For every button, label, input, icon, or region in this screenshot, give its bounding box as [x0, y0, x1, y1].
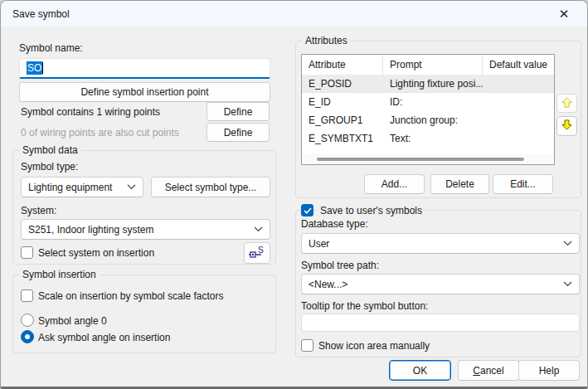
- cancel-button[interactable]: Cancel: [458, 360, 519, 381]
- system-select[interactable]: S251, Indoor lighting system: [21, 219, 270, 240]
- help-button[interactable]: Help: [518, 360, 580, 381]
- cut-points-text: 0 of wiring points are also cut points: [21, 127, 179, 139]
- symbol-name-input[interactable]: SO: [19, 58, 270, 79]
- select-symbol-type-button[interactable]: Select symbol type...: [151, 177, 270, 197]
- system-symbol-icon: S: [248, 246, 266, 261]
- symbol-type-value: Lighting equipment: [28, 182, 112, 193]
- move-row-down-button[interactable]: [556, 116, 577, 136]
- symbol-type-label: Symbol type:: [21, 161, 78, 173]
- symbol-tree-path-select[interactable]: <New...>: [301, 274, 580, 294]
- checkmark-icon: [304, 207, 312, 214]
- attributes-group-title: Attributes: [302, 35, 351, 46]
- attributes-table-rows: E_POSIDLighting fixture posi...E_IDID:E_…: [302, 75, 554, 148]
- symbol-angle-0-radio[interactable]: [21, 314, 34, 327]
- close-icon[interactable]: ✕: [547, 2, 581, 26]
- system-symbol-icon-button[interactable]: S: [244, 242, 270, 264]
- table-row[interactable]: E_POSIDLighting fixture posi...: [302, 75, 554, 93]
- show-icon-area-label: Show icon area manually: [318, 340, 430, 352]
- svg-text:S: S: [258, 246, 264, 255]
- select-system-checkbox[interactable]: [21, 246, 33, 259]
- table-cell-prompt: Junction group:: [383, 114, 483, 126]
- chevron-down-icon: [563, 241, 572, 246]
- define-insertion-point-button[interactable]: Define symbol insertion point: [19, 82, 270, 102]
- table-cell-attribute: E_GROUP1: [302, 114, 383, 126]
- add-attribute-button[interactable]: Add...: [364, 174, 425, 194]
- arrow-down-icon: [561, 119, 573, 134]
- table-row[interactable]: E_GROUP1Junction group:: [302, 111, 554, 129]
- attributes-table-header: Attribute Prompt Default value: [302, 55, 554, 75]
- symbol-name-value: SO: [27, 61, 42, 75]
- database-type-select[interactable]: User: [301, 233, 580, 254]
- symbol-data-group-title: Symbol data: [19, 144, 81, 156]
- scale-on-insertion-label: Scale on insertion by symbol scale facto…: [38, 290, 223, 302]
- table-cell-prompt: Text:: [383, 133, 483, 144]
- select-system-label: Select system on insertion: [38, 247, 154, 259]
- symbol-name-label: Symbol name:: [19, 42, 83, 54]
- symbol-insertion-group-title: Symbol insertion: [19, 269, 100, 280]
- table-cell-prompt: Lighting fixture posi...: [383, 78, 483, 90]
- ok-button[interactable]: OK: [389, 360, 451, 381]
- save-to-user-symbols-label: Save to user's symbols: [317, 205, 425, 216]
- show-icon-area-checkbox[interactable]: [301, 339, 313, 352]
- define-cut-points-button[interactable]: Define: [207, 123, 270, 142]
- ask-symbol-angle-label: Ask symbol angle on insertion: [38, 332, 170, 343]
- chevron-down-icon: [563, 281, 572, 287]
- symbol-tree-path-label: Symbol tree path:: [301, 260, 379, 271]
- title-bar: Save symbol ✕: [1, 1, 587, 27]
- edit-attribute-button[interactable]: Edit...: [493, 174, 553, 194]
- symbol-tree-path-value: <New...>: [309, 279, 347, 290]
- save-symbol-dialog: Save symbol ✕ Symbol name: SO Define sym…: [0, 0, 588, 389]
- database-type-value: User: [309, 238, 329, 250]
- system-label: System:: [21, 205, 56, 216]
- table-cell-attribute: E_POSID: [302, 78, 383, 90]
- symbol-type-select[interactable]: Lighting equipment: [21, 177, 143, 197]
- scale-on-insertion-checkbox[interactable]: [21, 289, 33, 302]
- text-caret: [42, 62, 43, 74]
- system-value: S251, Indoor lighting system: [28, 224, 153, 236]
- chevron-down-icon: [254, 226, 263, 232]
- arrow-up-icon: [561, 96, 573, 111]
- horizontal-scrollbar[interactable]: [302, 154, 554, 164]
- database-type-label: Database type:: [301, 218, 368, 230]
- horizontal-scrollbar-thumb[interactable]: [317, 158, 524, 161]
- table-cell-attribute: E_SYMBTXT1: [302, 133, 383, 144]
- column-header-attribute[interactable]: Attribute: [302, 55, 383, 75]
- tooltip-label: Tooltip for the symbol button:: [301, 300, 428, 312]
- tooltip-input[interactable]: [301, 314, 580, 332]
- wiring-points-text: Symbol contains 1 wiring points: [21, 106, 160, 118]
- table-row[interactable]: E_IDID:: [302, 93, 554, 111]
- define-wiring-button[interactable]: Define: [207, 102, 270, 121]
- chevron-down-icon: [127, 184, 136, 190]
- column-header-prompt[interactable]: Prompt: [383, 55, 483, 75]
- ask-symbol-angle-radio[interactable]: [21, 330, 34, 343]
- window-title: Save symbol: [12, 8, 70, 20]
- save-to-user-symbols-checkbox[interactable]: [301, 204, 313, 216]
- symbol-angle-0-label: Symbol angle 0: [38, 315, 107, 327]
- table-cell-prompt: ID:: [383, 96, 483, 108]
- delete-attribute-button[interactable]: Delete: [430, 174, 489, 194]
- column-header-default-value[interactable]: Default value: [483, 55, 554, 75]
- table-cell-attribute: E_ID: [302, 96, 383, 108]
- attributes-table[interactable]: Attribute Prompt Default value E_POSIDLi…: [301, 54, 555, 165]
- move-row-up-button[interactable]: [556, 94, 577, 113]
- table-row[interactable]: E_SYMBTXT1Text:: [302, 129, 554, 148]
